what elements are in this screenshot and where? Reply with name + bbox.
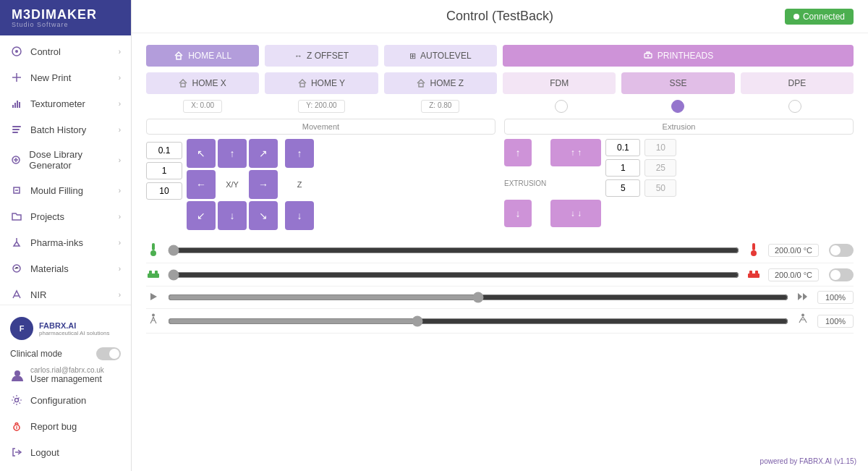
temp1-slider[interactable] xyxy=(168,245,739,256)
svg-point-14 xyxy=(14,370,20,376)
move-downright-button[interactable]: ↘ xyxy=(249,201,278,230)
z-offset-button[interactable]: ↔ Z OFFSET xyxy=(265,45,378,67)
extrusion-label: Extrusion xyxy=(504,119,854,135)
y-coord-badge: Y: 200.00 xyxy=(298,100,344,113)
sidebar-item-label-new-print: New Print xyxy=(30,72,71,83)
sidebar-item-pharma-inks[interactable]: Pharma-inks › xyxy=(0,229,131,255)
temp1-toggle-knob xyxy=(830,245,841,255)
extrude-down-single-button[interactable]: ↓ xyxy=(504,200,532,227)
fabrx-logo-circle: F xyxy=(10,317,33,340)
sidebar-item-new-print[interactable]: New Print › xyxy=(0,64,131,90)
move-left-button[interactable]: ← xyxy=(187,170,216,199)
move-upright-button[interactable]: ↗ xyxy=(249,139,278,168)
svg-rect-9 xyxy=(12,129,20,130)
sidebar-item-mould-filling[interactable]: Mould Filling › xyxy=(0,177,131,203)
move-down-button[interactable]: ↓ xyxy=(218,201,247,230)
mould-filling-icon xyxy=(10,184,23,197)
autolevel-button[interactable]: ⊞ AUTOLEVEL xyxy=(384,45,497,67)
extrusion-secondary-50[interactable] xyxy=(644,179,676,197)
temp2-slider[interactable] xyxy=(168,269,739,281)
svg-rect-25 xyxy=(152,243,155,250)
home-x-button[interactable]: HOME X xyxy=(146,72,259,94)
sidebar-item-materials[interactable]: Materials › xyxy=(0,255,131,281)
app-logo: M3DIMAKER Studio Software xyxy=(0,0,131,35)
sidebar-item-label-batch-history: Batch History xyxy=(30,124,86,135)
extrude-up-single-button[interactable]: ↑ xyxy=(504,139,532,166)
step-input-10[interactable] xyxy=(146,182,182,200)
home-btn-row: HOME X HOME Y HOME Z FDM SSE DPE xyxy=(146,72,854,94)
walk-slider-row: 100% xyxy=(146,309,854,334)
sidebar-item-configuration[interactable]: Configuration xyxy=(0,387,131,413)
speed-slider[interactable] xyxy=(168,292,788,303)
move-up-button[interactable]: ↑ xyxy=(218,139,247,168)
user-management-label[interactable]: User management xyxy=(30,374,121,384)
extrusion-secondary-10[interactable] xyxy=(644,139,676,156)
step-input-1[interactable] xyxy=(146,162,182,179)
powered-by-footer: powered by FABRX.AI (v1.15) xyxy=(760,457,856,465)
extrude-down-dual-button[interactable]: ↓ ↓ xyxy=(550,200,601,227)
extrusion-secondary-25[interactable] xyxy=(644,159,676,177)
svg-point-36 xyxy=(801,314,804,317)
move-right-button[interactable]: → xyxy=(249,170,278,199)
svg-rect-4 xyxy=(12,105,14,108)
main-content: Control (TestBack) Connected HOME ALL ↔ … xyxy=(132,0,868,471)
printheads-button[interactable]: PRINTHEADS xyxy=(503,45,854,67)
z-coord-badge: Z: 0.80 xyxy=(421,100,459,113)
play-icon xyxy=(146,292,161,304)
sidebar-item-report-bug[interactable]: Report bug xyxy=(0,413,131,439)
extrude-up-dual-button[interactable]: ↑ ↑ xyxy=(550,139,601,166)
sidebar: M3DIMAKER Studio Software Control › New … xyxy=(0,0,132,471)
sidebar-item-control[interactable]: Control › xyxy=(0,38,131,64)
svg-rect-31 xyxy=(155,271,158,275)
report-bug-icon xyxy=(10,420,23,433)
clinical-mode-toggle[interactable] xyxy=(96,347,121,360)
move-downleft-button[interactable]: ↙ xyxy=(187,201,216,230)
bed-cold-icon xyxy=(146,268,161,281)
home-y-label: HOME Y xyxy=(311,78,345,88)
home-y-icon xyxy=(298,79,307,88)
sidebar-item-label-nir: NIR xyxy=(30,289,46,300)
sidebar-item-dose-library[interactable]: Dose Library Generator › xyxy=(0,143,131,177)
home-all-button[interactable]: HOME ALL xyxy=(146,45,259,67)
sidebar-item-nir[interactable]: NIR › xyxy=(0,281,131,305)
temp2-value-badge: 200.0/0 °C xyxy=(768,268,819,281)
xy-label: X/Y xyxy=(218,170,247,199)
svg-point-28 xyxy=(751,250,757,256)
svg-point-1 xyxy=(15,50,18,53)
sidebar-item-texturometer[interactable]: Texturometer › xyxy=(0,90,131,116)
move-upleft-button[interactable]: ↖ xyxy=(187,139,216,168)
temp1-toggle[interactable] xyxy=(829,244,854,257)
chevron-right-icon: › xyxy=(119,48,121,56)
temp2-toggle[interactable] xyxy=(829,268,854,281)
movement-section: Movement ↖ ↑ ↗ ← xyxy=(146,119,495,230)
svg-rect-10 xyxy=(12,132,18,133)
fdm-button[interactable]: FDM xyxy=(503,72,616,94)
home-y-button[interactable]: HOME Y xyxy=(265,72,378,94)
projects-icon xyxy=(10,210,23,223)
fabrx-tagline: pharmaceutical AI solutions xyxy=(39,330,109,336)
clinical-mode-row: Clinical mode xyxy=(0,344,131,363)
user-row: carlos.rial@fabrx.co.uk User management xyxy=(0,363,131,387)
step-input-01[interactable] xyxy=(146,142,182,159)
clinical-mode-label: Clinical mode xyxy=(10,349,62,359)
connection-status-badge: Connected xyxy=(785,9,854,25)
extrusion-input-1[interactable] xyxy=(605,159,640,177)
sidebar-item-batch-history[interactable]: Batch History › xyxy=(0,116,131,143)
speed-slider-row: 100% xyxy=(146,287,854,309)
walk-slider[interactable] xyxy=(168,315,788,327)
sidebar-item-projects[interactable]: Projects › xyxy=(0,203,131,229)
home-z-button[interactable]: HOME Z xyxy=(384,72,497,94)
extrusion-input-5[interactable] xyxy=(605,179,640,197)
svg-point-35 xyxy=(152,314,155,317)
sse-button[interactable]: SSE xyxy=(621,72,734,94)
move-z-down-button[interactable]: ↓ xyxy=(285,201,314,230)
move-z-up-button[interactable]: ↑ xyxy=(285,139,314,168)
chevron-right-icon: › xyxy=(119,74,121,82)
temp1-slider-row: 200.0/0 °C xyxy=(146,237,854,263)
home-icon xyxy=(174,51,184,61)
sidebar-item-logout[interactable]: Logout xyxy=(0,439,131,465)
sidebar-nav: Control › New Print › Texturometer › xyxy=(0,35,131,305)
chevron-right-icon: › xyxy=(119,265,121,273)
extrusion-input-01[interactable] xyxy=(605,139,640,156)
dpe-button[interactable]: DPE xyxy=(741,72,854,94)
